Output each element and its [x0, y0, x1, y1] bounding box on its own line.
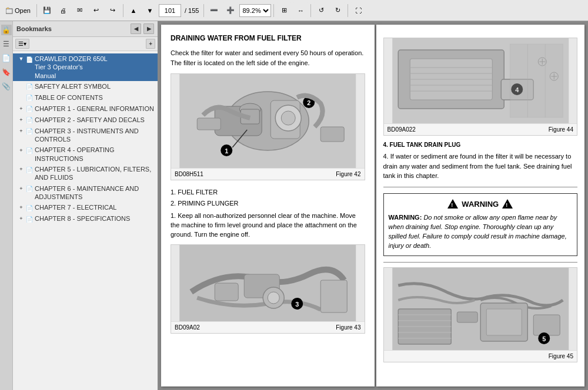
bookmarks-panel: Bookmarks ◀ ▶ ☰▾ + ▼ 📄 CRAWLER DOZER 650…: [13, 21, 158, 390]
sep6: [348, 4, 348, 17]
expand-icon-safety: [18, 83, 25, 91]
sep5: [310, 4, 311, 17]
lock-icon[interactable]: 🔒: [1, 25, 12, 35]
page-icon-safety: 📄: [26, 83, 33, 91]
email-button[interactable]: ✉: [72, 2, 88, 19]
pages-icon[interactable]: 📄: [1, 53, 12, 63]
figure-44-code: BD09A022: [387, 125, 416, 134]
figure-44-svg: 4: [384, 38, 577, 123]
expand-icon-ch4: +: [18, 146, 25, 154]
bookmark-item-ch3[interactable]: + 📄 CHAPTER 3 - INSTRUMENTS AND CONTROLS: [13, 126, 158, 145]
bookmark-item-ch1[interactable]: + 📄 CHAPTER 1 - GENERAL INFORMATION: [13, 103, 158, 115]
expand-icon-ch2: +: [18, 116, 25, 125]
figure-42-items: 1. FUEL FILTER 2. PRIMING PLUNGER: [171, 185, 365, 211]
svg-text:2: 2: [307, 99, 310, 106]
panel-menu-btn[interactable]: ☰▾: [15, 39, 29, 49]
svg-rect-23: [320, 280, 347, 312]
bookmark-item-crawler[interactable]: ▼ 📄 CRAWLER DOZER 650LTier 3 Operator'sM…: [13, 53, 158, 81]
svg-point-6: [281, 111, 295, 125]
expand-icon-ch5: +: [18, 166, 25, 174]
figure-44-box: 4 BD09A022 Figure 44: [383, 38, 578, 136]
section-heading: DRAINING WATER FROM FUEL FILTER: [171, 33, 365, 43]
expand-icon-ch7: +: [18, 204, 25, 212]
warning-divider-bottom: [383, 262, 578, 263]
intro-paragraph: Check the filter for water and sediment …: [171, 48, 365, 68]
bookmark-label-ch1: CHAPTER 1 - GENERAL INFORMATION: [35, 105, 155, 113]
bookmark-label-ch8: CHAPTER 8 - SPECIFICATIONS: [35, 214, 155, 223]
bookmark-label-ch4: CHAPTER 4 - OPERATING INSTRUCTIONS: [35, 146, 155, 163]
bookmarks-icon[interactable]: ☰: [1, 39, 12, 49]
expand-icon-toc: [18, 94, 25, 102]
bookmark-item-safety-alert[interactable]: 📄 SAFETY ALERT SYMBOL: [13, 81, 158, 92]
panel-add-btn[interactable]: +: [146, 39, 155, 49]
bookmark-item-ch2[interactable]: + 📄 CHAPTER 2 - SAFETY AND DECALS: [13, 115, 158, 126]
main-area: 🔒 ☰ 📄 🔖 📎 Bookmarks ◀ ▶ ☰▾ + ▼: [0, 21, 588, 390]
svg-text:1: 1: [225, 147, 228, 154]
panel-toolbar: ☰▾ +: [13, 37, 158, 51]
next-page-button[interactable]: ▼: [142, 2, 158, 19]
warning-divider: [383, 187, 578, 187]
rotate-left-button[interactable]: ↺: [313, 2, 329, 19]
page-icon-ch1: 📄: [26, 105, 33, 113]
open-label: Open: [15, 7, 31, 14]
panel-expand-btn[interactable]: ▶: [143, 23, 154, 34]
page-left: DRAINING WATER FROM FUEL FILTER Check th…: [161, 25, 375, 386]
zoom-select[interactable]: 89.2%: [239, 4, 271, 17]
print-button[interactable]: 🖨: [56, 2, 71, 19]
fullscreen-button[interactable]: ⛶: [350, 2, 366, 19]
folder-icon: [6, 7, 13, 14]
figure-43-svg: 3: [171, 245, 365, 321]
figure-43-box: 3 BD09A02 Figure 43: [171, 244, 365, 334]
back-button[interactable]: ↩: [89, 2, 104, 19]
fit-page-button[interactable]: ⊞: [276, 2, 292, 19]
save-button[interactable]: 💾: [39, 2, 55, 19]
figure-item-2: 2. PRIMING PLUNGER: [171, 199, 365, 209]
svg-point-19: [268, 292, 279, 304]
bookmark-item-ch7[interactable]: + 📄 CHAPTER 7 - ELECTRICAL: [13, 202, 158, 213]
panel-header: Bookmarks ◀ ▶: [13, 21, 158, 37]
figure-item-1: 1. FUEL FILTER: [171, 187, 365, 197]
warning-triangle-right: [502, 199, 513, 209]
zoom-out-button[interactable]: ➖: [206, 2, 222, 19]
step-1-text: 1. Keep all non-authorized personnel cle…: [171, 211, 365, 240]
figure-43-image: 3: [171, 245, 365, 321]
figure-42-code: BD08H511: [175, 170, 203, 179]
attachment-icon[interactable]: 📎: [1, 81, 12, 92]
warning-box: WARNING WARNING: Do not smoke or allow a…: [383, 193, 578, 256]
figure-44-label: Figure 44: [549, 125, 573, 134]
page-icon-ch2: 📄: [26, 116, 33, 125]
prev-page-button[interactable]: ▲: [126, 2, 141, 19]
open-button[interactable]: Open: [2, 2, 34, 19]
page-number-input[interactable]: [159, 4, 181, 17]
page-icon-ch6: 📄: [26, 185, 33, 193]
bookmark-ribbon-icon[interactable]: 🔖: [1, 67, 12, 78]
rotate-right-button[interactable]: ↻: [330, 2, 345, 19]
svg-rect-54: [533, 315, 560, 335]
warning-triangle-left: [447, 199, 458, 209]
bookmark-item-ch4[interactable]: + 📄 CHAPTER 4 - OPERATING INSTRUCTIONS: [13, 144, 158, 164]
panel-collapse-btn[interactable]: ◀: [131, 23, 141, 34]
panel-title: Bookmarks: [16, 25, 128, 32]
bookmark-label-safety: SAFETY ALERT SYMBOL: [35, 82, 155, 90]
svg-rect-52: [486, 309, 522, 335]
bookmarks-tree[interactable]: ▼ 📄 CRAWLER DOZER 650LTier 3 Operator'sM…: [13, 51, 158, 390]
bookmark-item-ch5[interactable]: + 📄 CHAPTER 5 - LUBRICATION, FILTERS, AN…: [13, 164, 158, 183]
svg-rect-20: [215, 283, 238, 301]
fit-width-button[interactable]: ↔: [293, 2, 308, 19]
bookmark-item-toc[interactable]: 📄 TABLE OF CONTENTS: [13, 92, 158, 103]
svg-rect-14: [197, 118, 220, 130]
sep4: [273, 4, 274, 17]
forward-button[interactable]: ↪: [105, 2, 121, 19]
bookmark-label-ch7: CHAPTER 7 - ELECTRICAL: [35, 203, 155, 211]
zoom-in-button[interactable]: ➕: [223, 2, 238, 19]
page-icon-ch3: 📄: [26, 127, 33, 136]
page-right: 4 BD09A022 Figure 44 4. FUEL TANK DRAIN …: [376, 25, 585, 386]
bookmark-item-ch8[interactable]: + 📄 CHAPTER 8 - SPECIFICATIONS: [13, 213, 158, 224]
step-4-text: 4. If water or sediment are found in the…: [383, 152, 578, 181]
bookmark-item-ch6[interactable]: + 📄 CHAPTER 6 - MAINTENANCE AND ADJUSTME…: [13, 183, 158, 203]
toolbar: Open 💾 🖨 ✉ ↩ ↪ ▲ ▼ / 155 ➖ ➕ 89.2% ⊞ ↔ ↺…: [0, 0, 588, 21]
svg-rect-53: [457, 312, 477, 322]
warning-header: WARNING: [389, 199, 573, 210]
figure-44-image: 4: [384, 38, 577, 123]
expand-icon-ch3: +: [18, 127, 25, 136]
